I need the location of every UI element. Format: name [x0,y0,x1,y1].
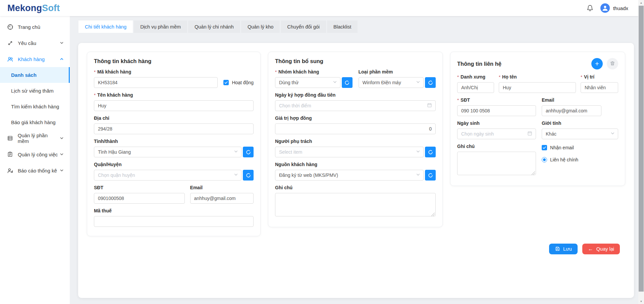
sidebar-item-requests[interactable]: Yêu cầu [0,35,70,51]
chevron-down-icon [416,149,420,155]
customer-name-input[interactable] [94,100,254,111]
email-label: Email [190,185,254,190]
active-checkbox[interactable]: Hoạt động [223,80,254,85]
first-contract-date-picker[interactable]: Chọn thời điểm [275,100,436,111]
tab-branch-management[interactable]: Quản lý chi nhánh [188,20,240,33]
radio-selected-icon [542,157,547,162]
manager-refresh-button[interactable] [425,147,436,157]
software-type-select[interactable]: Winform Điện máy [359,77,424,88]
customer-info-card: Thông tin khách hàng Mã khách hàng Hoạt … [87,52,261,236]
sidebar-subitem-label: Lịch sử viếng thăm [11,88,54,94]
tab-blacklist[interactable]: Blacklist [327,20,358,33]
contact-fullname-input[interactable] [499,82,576,93]
sidebar-subitem-customer-quote[interactable]: Báo giá khách hàng [0,114,70,130]
chevron-up-icon [60,57,64,61]
vertical-scrollbar[interactable]: ▲ ▼ [638,0,644,304]
sidebar-item-label: Báo cáo thống kê [18,168,57,173]
manager-select[interactable]: Select item [275,147,424,157]
contact-phone-label: SĐT [457,97,536,103]
primary-contact-radio[interactable]: Liên hệ chính [542,157,618,162]
district-select[interactable]: Chọn quận huyện [94,170,241,181]
trash-icon [610,61,615,67]
province-select[interactable]: Tỉnh Hậu Giang [94,147,241,157]
tab-package-conversion[interactable]: Chuyển đổi gói [281,20,326,33]
tax-code-input[interactable] [94,216,254,227]
main-content: Chi tiết khách hàng Dịch vụ phần mềm Quả… [70,16,638,304]
card-title: Thông tin bổ sung [275,58,436,64]
sidebar-item-task-management[interactable]: Quản lý công việc [0,146,70,162]
delete-contact-button[interactable] [607,58,618,69]
resize-handle[interactable] [431,213,435,216]
sidebar-item-software-management[interactable]: Quản lý phần mềm [0,130,70,146]
province-refresh-button[interactable] [243,147,254,157]
position-label: Vị trí [581,74,618,80]
dob-label: Ngày sinh [457,120,536,126]
scrollbar-thumb[interactable] [639,6,644,292]
active-checkbox-label: Hoạt động [232,80,254,85]
customer-group-refresh-button[interactable] [342,77,353,88]
customer-group-select[interactable]: Dùng thử [275,77,340,88]
contract-value-input[interactable] [275,123,436,134]
customer-code-input[interactable] [94,77,218,88]
first-contract-date-label: Ngày ký hợp đồng đầu tiên [275,92,436,98]
save-button[interactable]: Lưu [549,244,578,254]
phone-label: SĐT [94,185,185,190]
sidebar-item-customers[interactable]: Khách hàng [0,51,70,67]
note-textarea[interactable] [275,193,436,216]
sidebar-subitem-visit-history[interactable]: Lịch sử viếng thăm [0,83,70,99]
dashboard-icon [7,23,13,30]
district-refresh-button[interactable] [243,170,254,181]
receive-email-checkbox[interactable]: Nhận email [542,145,618,150]
dob-date-picker[interactable]: Chọn ngày sinh [457,129,536,139]
user-menu[interactable]: thuadx [600,3,628,13]
tab-warehouse-management[interactable]: Quản lý kho [241,20,280,33]
clipboard-icon [7,151,13,158]
receive-email-label: Nhận email [550,145,574,150]
chevron-down-icon [60,41,64,45]
tax-code-label: Mã thuế [94,208,254,213]
tab-customer-detail[interactable]: Chi tiết khách hàng [78,20,133,33]
checkbox-checked-icon [223,80,229,85]
email-input[interactable] [190,193,254,204]
sidebar-subitem-customer-search[interactable]: Tìm kiếm khách hàng [0,99,70,114]
tab-software-services[interactable]: Dịch vụ phần mềm [134,20,187,33]
customers-icon [7,56,13,62]
contact-email-input[interactable] [542,105,601,116]
scrollbar-down-arrow[interactable]: ▼ [638,299,644,304]
address-input[interactable] [94,123,254,134]
position-input[interactable] [581,82,618,93]
customer-code-label: Mã khách hàng [94,69,254,74]
salutation-label: Danh xưng [457,74,494,80]
calendar-icon [427,103,432,109]
add-contact-button[interactable]: + [591,58,603,69]
gender-select[interactable]: Khác [542,129,618,139]
form-actions: Lưu ← Quay lại [549,244,620,254]
chevron-down-icon [60,152,64,156]
username: thuadx [613,5,628,11]
sidebar-subitem-customer-list[interactable]: Danh sách [0,67,70,83]
scrollbar-up-arrow[interactable]: ▲ [638,0,644,5]
contact-note-label: Ghi chú [457,144,536,149]
contact-note-textarea[interactable] [457,152,536,175]
sidebar-subitem-label: Báo giá khách hàng [11,119,56,125]
contact-phone-input[interactable] [457,105,536,116]
gender-label: Giới tính [542,120,618,126]
phone-input[interactable] [94,193,185,204]
resize-handle[interactable] [532,171,535,175]
sidebar-item-home[interactable]: Trang chủ [0,19,70,35]
back-button[interactable]: ← Quay lại [582,244,620,254]
notification-bell-icon[interactable] [586,4,594,12]
app-logo[interactable]: MekongSoft [7,3,60,13]
save-button-label: Lưu [563,246,572,252]
sidebar-item-reports[interactable]: Báo cáo thống kê [0,162,70,179]
customer-source-select[interactable]: Đăng ký từ web (MKS/PMV) [275,170,424,181]
expand-arrows-icon [7,40,13,46]
calendar-icon [527,131,532,137]
save-icon [555,246,560,252]
salutation-input[interactable] [457,82,494,93]
customer-source-refresh-button[interactable] [425,170,436,181]
sidebar-subitem-label: Tìm kiếm khách hàng [11,104,59,109]
additional-info-card: Thông tin bổ sung Nhóm khách hàng Dùng t… [268,52,443,227]
chevron-down-icon [60,168,64,172]
software-type-refresh-button[interactable] [425,77,436,88]
